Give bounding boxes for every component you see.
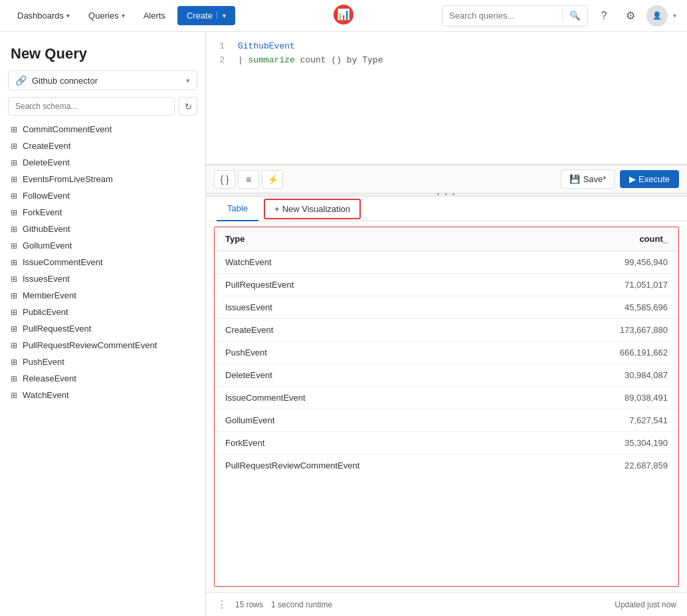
schema-item[interactable]: ⊞ MemberEvent (8, 287, 197, 304)
updated-label: Updated just now (615, 600, 676, 609)
search-button[interactable]: 🔍 (562, 11, 587, 21)
kw-summarize: summarize (248, 55, 295, 65)
schema-item[interactable]: ⊞ DeleteEvent (8, 154, 197, 171)
help-icon: ? (601, 10, 607, 22)
create-button[interactable]: Create ▾ (177, 6, 235, 25)
schema-item[interactable]: ⊞ CommitCommentEvent (8, 121, 197, 138)
cell-count: 666,191,662 (536, 342, 678, 364)
table-row: GollumEvent 7,627,541 (215, 409, 678, 432)
schema-search-row: ↻ (0, 97, 205, 121)
cell-count: 7,627,541 (536, 409, 678, 432)
results-table-container: Type count_ WatchEvent 99,456,940PullReq… (214, 227, 679, 587)
schema-item[interactable]: ⊞ GollumEvent (8, 237, 197, 254)
help-button[interactable]: ? (593, 5, 615, 27)
schema-item[interactable]: ⊞ PullRequestReviewCommentEvent (8, 337, 197, 354)
table-icon: ⊞ (11, 158, 17, 167)
tab-table-label: Table (227, 203, 248, 213)
schema-item[interactable]: ⊞ IssuesEvent (8, 270, 197, 287)
nav-queries[interactable]: Queries ▾ (82, 7, 132, 25)
schema-item[interactable]: ⊞ ReleaseEvent (8, 370, 197, 387)
table-icon: ⊞ (11, 391, 17, 400)
json-icon: { } (220, 174, 229, 185)
plus-icon: + (274, 204, 280, 214)
tab-table[interactable]: Table (217, 197, 258, 221)
content-area: 1 2 GithubEvent | summarize count () by … (206, 32, 687, 616)
settings-button[interactable]: ⚙ (620, 5, 641, 27)
nav-alerts[interactable]: Alerts (137, 7, 172, 25)
schema-item-label: PushEvent (23, 357, 64, 367)
table-icon: ⊞ (11, 225, 17, 234)
schema-item[interactable]: ⊞ FollowEvent (8, 187, 197, 204)
table-row: WatchEvent 99,456,940 (215, 251, 678, 274)
schema-refresh-button[interactable]: ↻ (179, 97, 197, 116)
kw-count: count () by Type (300, 55, 383, 65)
avatar-chevron-icon[interactable]: ▾ (673, 12, 676, 19)
tabs-row: Table + New Visualization (206, 197, 687, 221)
cell-type: PullRequestReviewCommentEvent (215, 455, 536, 477)
alerts-label: Alerts (144, 11, 165, 21)
schema-item[interactable]: ⊞ PushEvent (8, 354, 197, 370)
new-viz-label: New Visualization (282, 204, 350, 214)
save-button[interactable]: 💾 Save* (561, 169, 615, 189)
topnav: Dashboards ▾ Queries ▾ Alerts Create ▾ 📊… (0, 0, 687, 32)
cell-type: GollumEvent (215, 409, 536, 432)
connector-select[interactable]: 🔗 Github connector ▾ (8, 70, 197, 90)
schema-item-label: PublicEvent (23, 307, 68, 317)
pipe-char: | (238, 55, 248, 65)
cell-count: 35,304,190 (536, 432, 678, 455)
cell-type: WatchEvent (215, 251, 536, 274)
schema-item-label: ForkEvent (23, 207, 62, 217)
save-icon: 💾 (569, 174, 580, 184)
kw-github-event: GithubEvent (238, 41, 295, 51)
settings-icon: ⚙ (626, 9, 635, 22)
svg-text:📊: 📊 (337, 8, 350, 21)
lightning-button[interactable]: ⚡ (262, 170, 283, 189)
table-icon: ⊞ (11, 241, 17, 251)
schema-item-label: IssuesEvent (23, 274, 70, 284)
search-input[interactable] (442, 11, 562, 21)
avatar[interactable]: 👤 (646, 5, 668, 27)
cell-count: 22,687,859 (536, 455, 678, 477)
schema-item[interactable]: ⊞ ForkEvent (8, 204, 197, 221)
format-list-button[interactable]: ≡ (238, 170, 259, 189)
editor-lines: 1 2 GithubEvent | summarize count () by … (206, 32, 687, 76)
cell-count: 173,667,880 (536, 319, 678, 342)
schema-item-label: PullRequestReviewCommentEvent (23, 340, 157, 350)
search-box: 🔍 (442, 5, 588, 27)
line-num-2: 2 (214, 54, 225, 68)
status-bar: ⋮ 15 rows 1 second runtime Updated just … (206, 592, 687, 616)
table-row: PullRequestEvent 71,051,017 (215, 274, 678, 296)
editor-content[interactable]: GithubEvent | summarize count () by Type (233, 40, 687, 68)
schema-search-input[interactable] (8, 97, 175, 116)
col-type: Type (215, 227, 536, 251)
tab-new-visualization[interactable]: + New Visualization (264, 199, 361, 219)
table-row: ForkEvent 35,304,190 (215, 432, 678, 455)
schema-item-label: GithubEvent (23, 224, 70, 234)
schema-item-label: DeleteEvent (23, 157, 70, 167)
schema-item-label: FollowEvent (23, 191, 70, 201)
status-menu-icon[interactable]: ⋮ (217, 598, 227, 611)
schema-item-label: GollumEvent (23, 241, 72, 251)
connector-label: 🔗 Github connector (15, 75, 98, 86)
main-layout: New Query 🔗 Github connector ▾ ↻ ⊞ Commi… (0, 32, 687, 616)
execute-button[interactable]: ▶ Execute (620, 170, 679, 188)
save-label: Save* (583, 174, 607, 184)
schema-item[interactable]: ⊞ PullRequestEvent (8, 320, 197, 337)
schema-item[interactable]: ⊞ PublicEvent (8, 304, 197, 320)
queries-label: Queries (88, 11, 119, 21)
table-icon: ⊞ (11, 258, 17, 267)
format-json-button[interactable]: { } (214, 170, 235, 189)
list-icon: ≡ (246, 174, 251, 185)
schema-item[interactable]: ⊞ WatchEvent (8, 387, 197, 403)
schema-item[interactable]: ⊞ GithubEvent (8, 221, 197, 237)
queries-chevron-icon: ▾ (122, 12, 125, 19)
schema-item-label: WatchEvent (23, 390, 69, 400)
sidebar: New Query 🔗 Github connector ▾ ↻ ⊞ Commi… (0, 32, 206, 616)
schema-item[interactable]: ⊞ EventsFromLiveStream (8, 171, 197, 187)
schema-item[interactable]: ⊞ CreateEvent (8, 138, 197, 154)
line-numbers: 1 2 (206, 40, 233, 68)
table-icon: ⊞ (11, 175, 17, 184)
schema-item[interactable]: ⊞ IssueCommentEvent (8, 254, 197, 270)
nav-dashboards[interactable]: Dashboards ▾ (11, 7, 76, 25)
table-row: IssuesEvent 45,585,696 (215, 296, 678, 319)
